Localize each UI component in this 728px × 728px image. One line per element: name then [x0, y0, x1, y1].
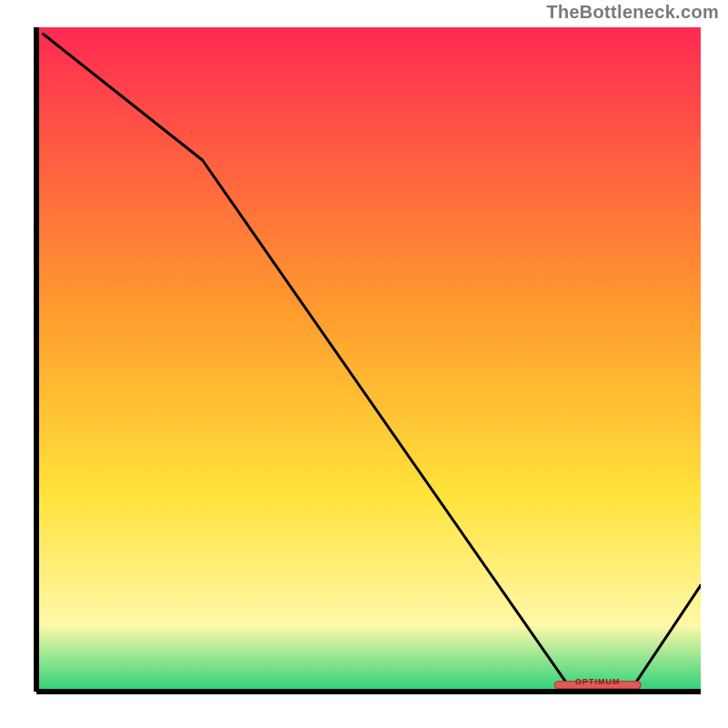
chart-container: OPTIMUM: [27, 27, 701, 701]
optimum-label: OPTIMUM: [575, 677, 621, 686]
gradient-background: [36, 27, 701, 692]
bottleneck-chart: OPTIMUM: [27, 27, 701, 701]
watermark-text: TheBottleneck.com: [546, 2, 719, 23]
chart-stage: TheBottleneck.com: [0, 0, 728, 728]
